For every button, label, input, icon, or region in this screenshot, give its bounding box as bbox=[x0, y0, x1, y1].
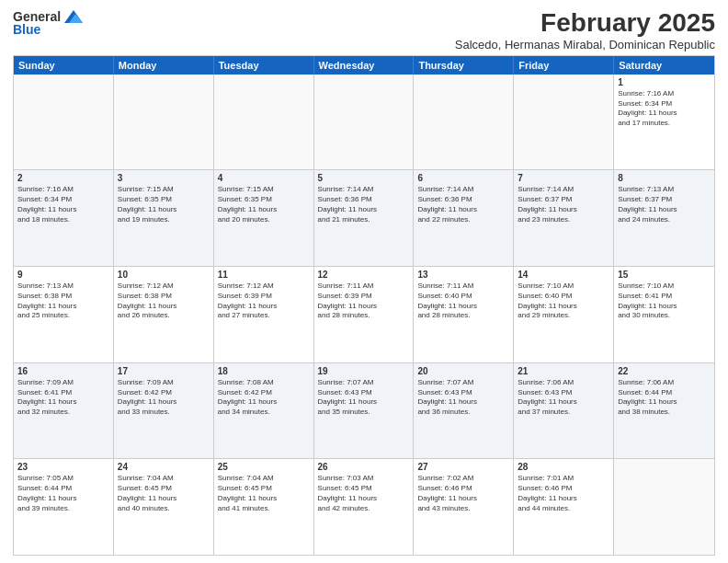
calendar-cell: 15Sunrise: 7:10 AM Sunset: 6:41 PM Dayli… bbox=[614, 267, 714, 362]
calendar-cell: 25Sunrise: 7:04 AM Sunset: 6:45 PM Dayli… bbox=[214, 459, 314, 555]
cell-info: Sunrise: 7:04 AM Sunset: 6:45 PM Dayligh… bbox=[118, 474, 210, 513]
calendar: SundayMondayTuesdayWednesdayThursdayFrid… bbox=[13, 55, 715, 556]
calendar-cell: 13Sunrise: 7:11 AM Sunset: 6:40 PM Dayli… bbox=[414, 267, 514, 362]
day-number: 17 bbox=[118, 366, 210, 376]
empty-cell bbox=[614, 459, 714, 555]
logo: General Blue bbox=[13, 9, 83, 37]
calendar-cell: 6Sunrise: 7:14 AM Sunset: 6:36 PM Daylig… bbox=[414, 170, 514, 266]
day-number: 22 bbox=[618, 366, 711, 376]
cell-info: Sunrise: 7:05 AM Sunset: 6:44 PM Dayligh… bbox=[17, 474, 109, 513]
calendar-cell: 19Sunrise: 7:07 AM Sunset: 6:43 PM Dayli… bbox=[314, 363, 415, 459]
cell-info: Sunrise: 7:08 AM Sunset: 6:42 PM Dayligh… bbox=[218, 378, 310, 418]
day-number: 28 bbox=[518, 462, 609, 472]
day-number: 27 bbox=[417, 462, 509, 472]
empty-cell bbox=[414, 75, 514, 170]
calendar-row: 16Sunrise: 7:09 AM Sunset: 6:41 PM Dayli… bbox=[14, 362, 714, 459]
cell-info: Sunrise: 7:15 AM Sunset: 6:35 PM Dayligh… bbox=[118, 185, 210, 224]
calendar-cell: 4Sunrise: 7:15 AM Sunset: 6:35 PM Daylig… bbox=[214, 170, 314, 266]
empty-cell bbox=[14, 75, 114, 170]
calendar-cell: 28Sunrise: 7:01 AM Sunset: 6:46 PM Dayli… bbox=[514, 459, 614, 555]
month-title: February 2025 bbox=[455, 9, 715, 38]
calendar-cell: 9Sunrise: 7:13 AM Sunset: 6:38 PM Daylig… bbox=[14, 267, 114, 362]
weekday-header: Friday bbox=[514, 56, 614, 75]
day-number: 9 bbox=[17, 270, 109, 280]
day-number: 20 bbox=[417, 366, 509, 376]
cell-info: Sunrise: 7:01 AM Sunset: 6:46 PM Dayligh… bbox=[518, 474, 609, 513]
calendar-cell: 8Sunrise: 7:13 AM Sunset: 6:37 PM Daylig… bbox=[614, 170, 714, 266]
calendar-cell: 1Sunrise: 7:16 AM Sunset: 6:34 PM Daylig… bbox=[614, 75, 714, 170]
calendar-cell: 17Sunrise: 7:09 AM Sunset: 6:42 PM Dayli… bbox=[114, 363, 214, 459]
day-number: 15 bbox=[618, 270, 711, 280]
day-number: 21 bbox=[518, 366, 609, 376]
day-number: 3 bbox=[118, 173, 210, 183]
cell-info: Sunrise: 7:15 AM Sunset: 6:35 PM Dayligh… bbox=[218, 185, 310, 224]
calendar-row: 23Sunrise: 7:05 AM Sunset: 6:44 PM Dayli… bbox=[14, 458, 714, 555]
day-number: 19 bbox=[318, 366, 410, 376]
calendar-cell: 21Sunrise: 7:06 AM Sunset: 6:43 PM Dayli… bbox=[514, 363, 614, 459]
calendar-cell: 10Sunrise: 7:12 AM Sunset: 6:38 PM Dayli… bbox=[114, 267, 214, 362]
day-number: 23 bbox=[17, 462, 109, 472]
day-number: 26 bbox=[318, 462, 410, 472]
subtitle: Salcedo, Hermanas Mirabal, Dominican Rep… bbox=[455, 38, 715, 52]
cell-info: Sunrise: 7:04 AM Sunset: 6:45 PM Dayligh… bbox=[218, 474, 310, 513]
weekday-header: Tuesday bbox=[214, 56, 314, 75]
cell-info: Sunrise: 7:12 AM Sunset: 6:39 PM Dayligh… bbox=[218, 282, 310, 321]
calendar-row: 9Sunrise: 7:13 AM Sunset: 6:38 PM Daylig… bbox=[14, 266, 714, 362]
cell-info: Sunrise: 7:06 AM Sunset: 6:44 PM Dayligh… bbox=[618, 378, 711, 418]
calendar-cell: 18Sunrise: 7:08 AM Sunset: 6:42 PM Dayli… bbox=[214, 363, 314, 459]
weekday-header: Wednesday bbox=[314, 56, 415, 75]
cell-info: Sunrise: 7:14 AM Sunset: 6:36 PM Dayligh… bbox=[318, 185, 410, 224]
cell-info: Sunrise: 7:09 AM Sunset: 6:41 PM Dayligh… bbox=[17, 378, 109, 418]
cell-info: Sunrise: 7:10 AM Sunset: 6:40 PM Dayligh… bbox=[518, 282, 609, 321]
cell-info: Sunrise: 7:03 AM Sunset: 6:45 PM Dayligh… bbox=[318, 474, 410, 513]
calendar-cell: 22Sunrise: 7:06 AM Sunset: 6:44 PM Dayli… bbox=[614, 363, 714, 459]
empty-cell bbox=[514, 75, 614, 170]
cell-info: Sunrise: 7:11 AM Sunset: 6:40 PM Dayligh… bbox=[417, 282, 509, 321]
day-number: 6 bbox=[417, 173, 509, 183]
calendar-cell: 26Sunrise: 7:03 AM Sunset: 6:45 PM Dayli… bbox=[314, 459, 415, 555]
cell-info: Sunrise: 7:09 AM Sunset: 6:42 PM Dayligh… bbox=[118, 378, 210, 418]
day-number: 12 bbox=[318, 270, 410, 280]
day-number: 10 bbox=[118, 270, 210, 280]
calendar-cell: 20Sunrise: 7:07 AM Sunset: 6:43 PM Dayli… bbox=[414, 363, 514, 459]
logo-icon bbox=[64, 10, 83, 23]
empty-cell bbox=[214, 75, 314, 170]
cell-info: Sunrise: 7:13 AM Sunset: 6:38 PM Dayligh… bbox=[17, 282, 109, 321]
day-number: 14 bbox=[518, 270, 609, 280]
empty-cell bbox=[114, 75, 214, 170]
cell-info: Sunrise: 7:14 AM Sunset: 6:36 PM Dayligh… bbox=[417, 185, 509, 224]
cell-info: Sunrise: 7:12 AM Sunset: 6:38 PM Dayligh… bbox=[118, 282, 210, 321]
empty-cell bbox=[314, 75, 415, 170]
day-number: 4 bbox=[218, 173, 310, 183]
calendar-cell: 3Sunrise: 7:15 AM Sunset: 6:35 PM Daylig… bbox=[114, 170, 214, 266]
cell-info: Sunrise: 7:10 AM Sunset: 6:41 PM Dayligh… bbox=[618, 282, 711, 321]
cell-info: Sunrise: 7:11 AM Sunset: 6:39 PM Dayligh… bbox=[318, 282, 410, 321]
calendar-cell: 11Sunrise: 7:12 AM Sunset: 6:39 PM Dayli… bbox=[214, 267, 314, 362]
calendar-cell: 16Sunrise: 7:09 AM Sunset: 6:41 PM Dayli… bbox=[14, 363, 114, 459]
day-number: 25 bbox=[218, 462, 310, 472]
calendar-cell: 7Sunrise: 7:14 AM Sunset: 6:37 PM Daylig… bbox=[514, 170, 614, 266]
cell-info: Sunrise: 7:14 AM Sunset: 6:37 PM Dayligh… bbox=[518, 185, 609, 224]
cell-info: Sunrise: 7:02 AM Sunset: 6:46 PM Dayligh… bbox=[417, 474, 509, 513]
header: General Blue February 2025 Salcedo, Herm… bbox=[13, 9, 715, 52]
calendar-row: 1Sunrise: 7:16 AM Sunset: 6:34 PM Daylig… bbox=[14, 75, 714, 170]
cell-info: Sunrise: 7:13 AM Sunset: 6:37 PM Dayligh… bbox=[618, 185, 711, 224]
calendar-cell: 23Sunrise: 7:05 AM Sunset: 6:44 PM Dayli… bbox=[14, 459, 114, 555]
day-number: 11 bbox=[218, 270, 310, 280]
weekday-header: Thursday bbox=[414, 56, 514, 75]
day-number: 7 bbox=[518, 173, 609, 183]
weekday-header: Sunday bbox=[14, 56, 114, 75]
calendar-cell: 27Sunrise: 7:02 AM Sunset: 6:46 PM Dayli… bbox=[414, 459, 514, 555]
calendar-body: 1Sunrise: 7:16 AM Sunset: 6:34 PM Daylig… bbox=[14, 75, 714, 555]
day-number: 5 bbox=[318, 173, 410, 183]
day-number: 1 bbox=[618, 77, 711, 87]
title-block: February 2025 Salcedo, Hermanas Mirabal,… bbox=[455, 9, 715, 52]
day-number: 13 bbox=[417, 270, 509, 280]
day-number: 24 bbox=[118, 462, 210, 472]
cell-info: Sunrise: 7:07 AM Sunset: 6:43 PM Dayligh… bbox=[318, 378, 410, 418]
day-number: 18 bbox=[218, 366, 310, 376]
logo-blue: Blue bbox=[13, 22, 40, 37]
cell-info: Sunrise: 7:06 AM Sunset: 6:43 PM Dayligh… bbox=[518, 378, 609, 418]
calendar-header: SundayMondayTuesdayWednesdayThursdayFrid… bbox=[14, 56, 714, 75]
calendar-cell: 5Sunrise: 7:14 AM Sunset: 6:36 PM Daylig… bbox=[314, 170, 415, 266]
